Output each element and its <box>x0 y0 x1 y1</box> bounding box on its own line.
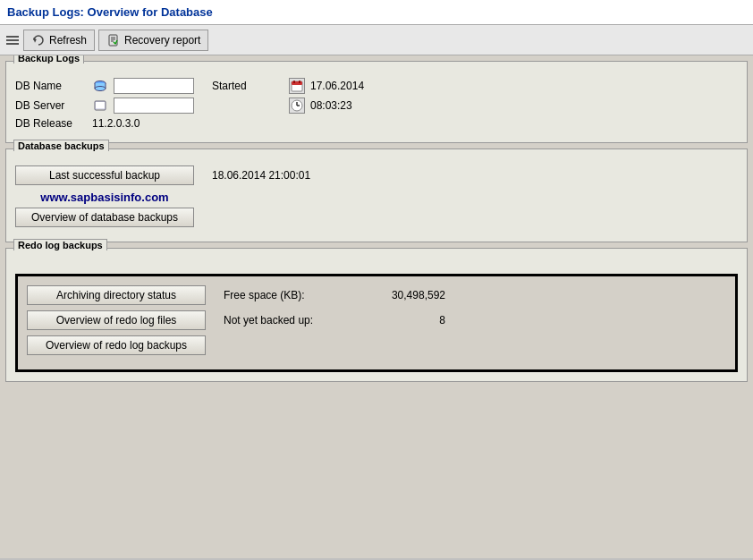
free-space-row: Free space (KB): 30,498,592 <box>224 289 726 301</box>
overview-redo-log-files-button[interactable]: Overview of redo log files <box>27 310 206 330</box>
redo-log-inner: Archiving directory status Overview of r… <box>6 252 747 381</box>
calendar-icon[interactable] <box>289 78 305 94</box>
archiving-directory-button[interactable]: Archiving directory status <box>27 285 206 305</box>
page-title: Backup Logs: Overview for Database <box>7 5 213 19</box>
db-name-input[interactable] <box>114 78 194 94</box>
db-release-value: 11.2.0.3.0 <box>92 117 140 130</box>
svg-point-10 <box>95 87 106 91</box>
started-label: Started <box>212 80 283 92</box>
database-backups-inner: Last successful backup www.sapbasisinfo.… <box>6 153 747 242</box>
redo-log-backups-panel: Redo log backups Archiving directory sta… <box>5 248 748 382</box>
refresh-icon <box>31 33 46 47</box>
redo-border-box: Archiving directory status Overview of r… <box>15 274 738 372</box>
time-row: 08:03:23 <box>212 98 364 114</box>
db-release-row: DB Release 11.2.0.3.0 <box>15 117 194 130</box>
recovery-report-button[interactable]: Recovery report <box>98 30 208 51</box>
main-area: Backup Logs DB Name <box>0 55 753 558</box>
database-backups-panel: Database backups Last successful backup … <box>5 148 748 242</box>
redo-buttons: Archiving directory status Overview of r… <box>27 285 206 361</box>
backup-logs-inner: DB Name DB S <box>6 65 747 142</box>
not-backed-value: 8 <box>374 314 445 327</box>
not-backed-label: Not yet backed up: <box>224 314 367 327</box>
backup-logs-tab: Backup Logs <box>13 55 84 64</box>
overview-redo-log-backups-button[interactable]: Overview of redo log backups <box>27 335 206 355</box>
svg-rect-13 <box>97 109 104 111</box>
db-backups-right: 18.06.2014 21:00:01 <box>212 165 310 185</box>
db-fields-container: DB Name DB S <box>15 78 738 133</box>
last-backup-date: 18.06.2014 21:00:01 <box>212 165 310 185</box>
svg-rect-1 <box>6 39 19 41</box>
db-server-input[interactable] <box>114 98 194 114</box>
watermark-text: www.sapbasisinfo.com <box>15 191 194 204</box>
time-value: 08:03:23 <box>310 99 352 112</box>
db-server-icon <box>92 98 108 114</box>
db-backups-left: Last successful backup www.sapbasisinfo.… <box>15 165 194 233</box>
db-name-row: DB Name <box>15 78 194 94</box>
db-right-fields: Started 17.06.2014 <box>212 78 364 117</box>
refresh-button[interactable]: Refresh <box>23 30 95 51</box>
overview-database-backups-button[interactable]: Overview of database backups <box>15 208 194 227</box>
free-space-value: 30,498,592 <box>374 289 445 301</box>
started-row: Started 17.06.2014 <box>212 78 364 94</box>
recovery-report-label: Recovery report <box>124 34 200 47</box>
refresh-label: Refresh <box>49 34 87 47</box>
db-server-label: DB Server <box>15 99 87 112</box>
db-backups-content: Last successful backup www.sapbasisinfo.… <box>15 165 738 233</box>
free-space-label: Free space (KB): <box>224 289 367 301</box>
svg-rect-4 <box>109 35 117 46</box>
title-bar: Backup Logs: Overview for Database <box>0 0 753 25</box>
redo-log-tab: Redo log backups <box>13 239 107 250</box>
toolbar: Refresh Recovery report <box>0 25 753 55</box>
svg-rect-12 <box>96 102 105 108</box>
db-release-label: DB Release <box>15 117 87 130</box>
svg-rect-15 <box>292 81 302 85</box>
database-backups-tab: Database backups <box>13 140 109 151</box>
db-left-fields: DB Name DB S <box>15 78 194 133</box>
not-backed-row: Not yet backed up: 8 <box>224 314 726 327</box>
db-name-label: DB Name <box>15 80 87 92</box>
recovery-report-icon <box>106 33 121 47</box>
redo-stats: Free space (KB): 30,498,592 Not yet back… <box>224 285 726 361</box>
db-server-row: DB Server <box>15 98 194 114</box>
redo-content: Archiving directory status Overview of r… <box>27 285 726 361</box>
db-name-icon <box>92 78 108 94</box>
clock-icon[interactable] <box>289 98 305 114</box>
date-value: 17.06.2014 <box>310 80 364 92</box>
svg-rect-2 <box>6 43 19 45</box>
backup-logs-panel: Backup Logs DB Name <box>5 61 748 143</box>
svg-rect-0 <box>6 36 19 38</box>
last-successful-backup-button[interactable]: Last successful backup <box>15 165 194 185</box>
menu-icon[interactable] <box>5 33 20 47</box>
